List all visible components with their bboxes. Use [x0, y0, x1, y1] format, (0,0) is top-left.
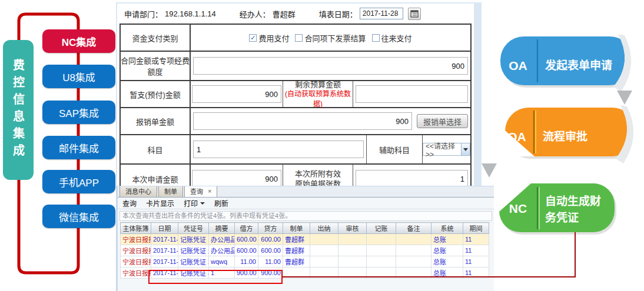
- arrow-down-icon: [482, 163, 497, 178]
- checkbox-current-pay[interactable]: 往来支付: [372, 32, 412, 44]
- tab-query[interactable]: 查询 ×: [184, 186, 217, 197]
- row-payment-type: 资金支付类别 ✓ 费用支付 合同项下发票结算 往来支付: [121, 25, 470, 52]
- sidebar-item-mobile: 手机APP: [42, 170, 115, 193]
- flow-diagram: OA 发起表单申请 OA 流程审批: [479, 18, 644, 291]
- row-apply-amount: 本次申请金额 900 本次所附有效 原始单据张数 1: [121, 165, 470, 187]
- row-contract-amount: 合同金额或专项经费额度 900: [121, 52, 470, 81]
- date-label: 填表日期：: [319, 8, 357, 19]
- flow-step-1-label: 发起表单申请: [545, 59, 612, 72]
- tab-close-icon[interactable]: ×: [208, 188, 211, 195]
- flow-step-2-label: 流程审批: [543, 130, 587, 143]
- voucher-table-header: 主体账簿日期 凭证号摘要 借方贷方 制单出纳 审核记账 备注系统 期间: [121, 223, 489, 234]
- date-input[interactable]: 2017-11-28: [360, 8, 403, 19]
- flow-step-1: OA 发起表单申请: [500, 32, 644, 107]
- handler-value: 曹超群: [273, 8, 296, 19]
- dept-value: 192.168.1.1.14: [165, 9, 216, 18]
- tab-bar: 消息中心 制单 查询 ×: [118, 186, 494, 198]
- budget-note: (自动获取预算系统数据): [283, 89, 353, 109]
- query-summary: 本次查询共查出符合条件的凭证4张。列表中现有凭证4张。: [119, 211, 492, 221]
- checkbox-expense-pay[interactable]: ✓ 费用支付: [249, 32, 289, 44]
- table-row[interactable]: 宁波日报报业集..2017-11-22 记账凭证 3wqwq 11.0011.0…: [121, 256, 489, 267]
- budget-amount-input[interactable]: [356, 85, 468, 103]
- reimburse-amount-input[interactable]: 900: [193, 112, 412, 130]
- expense-form-table: 资金支付类别 ✓ 费用支付 合同项下发票结算 往来支付: [119, 24, 472, 187]
- tab-message-center[interactable]: 消息中心: [119, 186, 157, 197]
- grid-toolbar: 查询 卡片显示 打印 刷新: [118, 198, 494, 209]
- attach-count-input[interactable]: 1: [356, 170, 468, 187]
- table-row[interactable]: 宁波日报报业集..2017-11-03 记账凭证 2办公用品1 600.0060…: [121, 245, 489, 256]
- connector-line-vertical: [575, 232, 576, 277]
- calendar-icon[interactable]: [408, 8, 421, 20]
- sidebar-item-u8: U8集成: [42, 65, 115, 88]
- expense-form-screenshot: 申请部门： 192.168.1.1.14 经办人： 曹超群 填表日期： 2017…: [116, 2, 482, 187]
- left-title-text: 费控信息集成: [10, 59, 27, 161]
- contract-amount-input[interactable]: 900: [193, 57, 468, 75]
- advance-amount-input[interactable]: 900: [192, 85, 281, 103]
- checkbox-checked-icon: ✓: [249, 34, 257, 42]
- reimburse-select-button[interactable]: 报销单选择: [417, 114, 468, 128]
- toolbar-card-view-button[interactable]: 卡片显示: [146, 198, 174, 208]
- budget-label: 剩余预算金额: [295, 79, 341, 89]
- checkbox-unchecked-icon: [372, 34, 380, 42]
- sidebar-item-wechat: 微信集成: [42, 205, 115, 228]
- infographic-canvas: 费控信息集成 NC集成 U8集成 SAP集成 邮件集成 手机APP 微信集成 申…: [0, 0, 644, 291]
- apply-amount-input[interactable]: 900: [192, 170, 281, 187]
- toolbar-query-button[interactable]: 查询: [122, 198, 137, 208]
- toolbar-refresh-button[interactable]: 刷新: [214, 198, 228, 208]
- table-row[interactable]: 宁波日报报业集..2017-11-03 记账凭证 1办公用品1 600.0060…: [121, 234, 489, 245]
- flow-step-2: OA 流程审批: [482, 103, 644, 178]
- sidebar-item-sap: SAP集成: [42, 101, 115, 124]
- handler-label: 经办人：: [240, 8, 270, 19]
- aux-subject-label: 辅助科目: [367, 135, 423, 163]
- combo-arrow-icon[interactable]: [461, 143, 470, 155]
- checkbox-unchecked-icon: [295, 34, 303, 42]
- form-header: 申请部门： 192.168.1.1.14 经办人： 曹超群 填表日期： 2017…: [117, 4, 474, 24]
- flow-step-1-tag: OA: [509, 59, 527, 72]
- flow-step-3: NC 自动生成财 务凭证: [499, 183, 616, 235]
- print-dropdown-icon: [200, 202, 205, 205]
- calendar-glyph: [410, 9, 419, 18]
- connector-line-horizontal: [283, 276, 575, 277]
- subject-input[interactable]: 1: [193, 141, 364, 158]
- toolbar-print-button[interactable]: 打印: [184, 198, 205, 208]
- sidebar-item-nc: NC集成: [42, 29, 115, 53]
- checkbox-contract-invoice[interactable]: 合同项下发票结算: [295, 32, 366, 44]
- flow-step-3-tag: NC: [509, 202, 527, 215]
- aux-subject-select[interactable]: <<请选择>>: [423, 143, 470, 156]
- row-advance-amount: 暂支(预付)金额 900 剩余预算金额 (自动获取预算系统数据): [121, 81, 470, 108]
- row-reimburse-amount: 报销单金额 900 报销单选择: [121, 108, 470, 135]
- row-subject: 科目 1 辅助科目 <<请选择>>: [121, 135, 470, 165]
- flow-step-2-tag: OA: [507, 130, 526, 143]
- sidebar-item-mail: 邮件集成: [42, 136, 115, 159]
- voucher-highlight-box: [148, 270, 283, 284]
- left-title-bar: 费控信息集成: [3, 40, 34, 180]
- arrow-down-icon: [617, 91, 632, 105]
- dept-label: 申请部门：: [124, 8, 162, 19]
- tab-voucher-entry[interactable]: 制单: [158, 186, 183, 197]
